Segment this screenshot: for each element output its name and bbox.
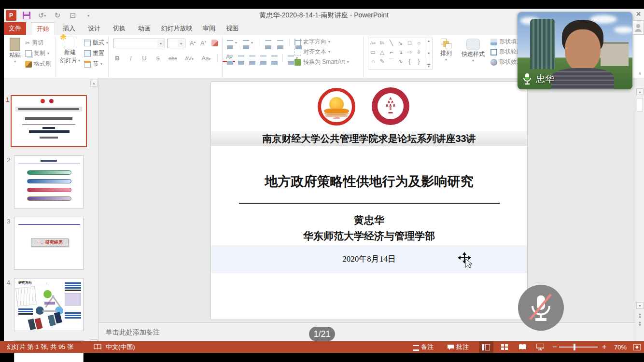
shape-elbow-icon[interactable]: ⌐ xyxy=(387,47,396,56)
shadow-button[interactable]: S xyxy=(154,55,162,62)
align-right-button[interactable] xyxy=(249,56,255,61)
shape-curve-icon[interactable]: ∿ xyxy=(396,56,405,66)
slide-thumbnail-4[interactable]: 研究方向 xyxy=(14,278,84,331)
tab-review[interactable]: 审阅 xyxy=(198,22,220,35)
slide[interactable]: 1956 ∧∧∧∧∧∧‖▬ 南京财经大学公共管理学院求是论坛系列讲座33讲 地方… xyxy=(211,82,527,320)
shape-rounded-rect-icon[interactable]: ▭ xyxy=(368,47,378,56)
underline-button[interactable]: U xyxy=(140,55,149,62)
font-size-combo[interactable]: ▾ xyxy=(167,39,185,48)
decrease-indent-button[interactable] xyxy=(265,40,271,45)
shapes-more-icon[interactable]: ▼ xyxy=(427,64,431,68)
microphone-muted-button[interactable] xyxy=(518,285,564,331)
grow-font-button[interactable]: A▴ xyxy=(188,40,197,47)
zoom-level[interactable]: 70% xyxy=(612,341,629,353)
new-slide-button[interactable]: 新建 幻灯片▾ xyxy=(59,37,81,65)
zoom-slider-thumb[interactable] xyxy=(574,344,575,350)
participants-button[interactable] xyxy=(632,20,644,35)
text-direction-button[interactable]: 文字方向▾ xyxy=(294,38,349,46)
shape-brace-right-icon[interactable]: } xyxy=(414,56,423,66)
slide-affiliation[interactable]: 华东师范大学经济与管理学部 xyxy=(211,229,527,243)
series-title[interactable]: 南京财经大学公共管理学院求是论坛系列讲座33讲 xyxy=(211,131,527,146)
normal-view-button[interactable] xyxy=(479,341,493,353)
previous-slide-button[interactable]: ▲▲ xyxy=(636,313,644,318)
copy-button[interactable]: 复制 ▾ xyxy=(25,49,49,57)
italic-button[interactable]: I xyxy=(126,55,135,62)
shape-vtextbox-icon[interactable]: ‖A xyxy=(378,38,387,47)
bullets-button[interactable]: ▾ xyxy=(227,40,237,45)
zoom-out-button[interactable]: − xyxy=(550,341,559,353)
shrink-font-button[interactable]: A▾ xyxy=(199,40,208,47)
spell-check-button[interactable] xyxy=(92,341,103,353)
character-spacing-button[interactable]: AV▾ xyxy=(183,56,195,61)
notes-toggle-button[interactable]: 备注 xyxy=(411,341,435,353)
strikethrough-button[interactable]: abc xyxy=(167,56,179,61)
zoom-slider-track[interactable] xyxy=(559,347,598,348)
shape-elbow-arrow-icon[interactable]: ↴ xyxy=(396,47,405,56)
numbering-button[interactable]: ▾ xyxy=(243,40,253,45)
slide-number-status[interactable]: 幻灯片 第 1 张, 共 95 张 xyxy=(5,341,75,353)
layout-button[interactable]: 版式 ▾ xyxy=(84,39,108,47)
format-painter-button[interactable]: 格式刷 xyxy=(25,60,51,68)
shape-gallery-scrollbar[interactable]: ▲ ▼ ▼ xyxy=(425,38,432,69)
slide-thumbnail-2[interactable] xyxy=(14,155,84,209)
increase-indent-button[interactable] xyxy=(277,40,283,45)
tab-animations[interactable]: 动画 xyxy=(133,22,155,35)
align-text-button[interactable]: 对齐文本▾ xyxy=(294,48,349,56)
zoom-in-button[interactable]: + xyxy=(600,341,608,353)
slide-thumbnail-1[interactable] xyxy=(11,95,87,147)
collapse-ribbon-button[interactable]: ˄ xyxy=(636,71,644,76)
tab-home[interactable]: 开始 xyxy=(31,22,55,35)
cut-button[interactable]: ✂ 剪切 xyxy=(25,39,43,47)
tab-insert[interactable]: 插入 xyxy=(58,22,80,35)
slide-thumbnail-3[interactable]: 一、研究经历 xyxy=(14,217,84,270)
slide-sorter-view-button[interactable] xyxy=(497,341,512,353)
thumb-panel-scroll-up[interactable]: ▲ xyxy=(90,80,98,87)
section-button[interactable]: 节 ▾ xyxy=(84,60,102,68)
bold-button[interactable]: B xyxy=(113,55,122,62)
tab-transitions[interactable]: 切换 xyxy=(108,22,130,35)
shape-line-icon[interactable]: ╲ xyxy=(387,38,396,47)
tab-file[interactable]: 文件 xyxy=(4,22,26,35)
tab-design[interactable]: 设计 xyxy=(83,22,105,35)
shape-textbox-icon[interactable]: A≡ xyxy=(368,38,378,47)
align-left-button[interactable] xyxy=(227,56,233,61)
quick-styles-button[interactable]: 快速样式 ▾ xyxy=(459,39,488,63)
shape-scribble-icon[interactable]: ✎ xyxy=(378,56,387,66)
shape-freeform-icon[interactable]: ⌂ xyxy=(368,56,378,66)
shape-down-arrow-icon[interactable]: ⇩ xyxy=(414,47,423,56)
comments-toggle-button[interactable]: 批注 xyxy=(445,341,471,353)
shape-oval-icon[interactable]: ○ xyxy=(414,38,423,47)
convert-smartart-button[interactable]: 转换为 SmartArt▾ xyxy=(294,58,349,66)
shape-brace-left-icon[interactable]: { xyxy=(405,56,414,66)
distributed-button[interactable] xyxy=(271,56,278,61)
slide-date[interactable]: 2020年8月14日 xyxy=(211,253,527,265)
shapes-scroll-down-icon[interactable]: ▼ xyxy=(427,52,431,55)
reset-button[interactable]: 重置 xyxy=(84,49,104,57)
shape-arrow-icon[interactable]: ↘ xyxy=(396,38,405,47)
arrange-button[interactable]: 排列 ▾ xyxy=(436,39,456,62)
slide-author[interactable]: 黄忠华 xyxy=(211,213,527,227)
scroll-down-button[interactable]: ▼ xyxy=(636,302,644,309)
scroll-thumb[interactable] xyxy=(637,98,643,111)
tab-view[interactable]: 视图 xyxy=(221,22,243,35)
shape-rect-icon[interactable]: □ xyxy=(405,38,414,47)
reading-view-button[interactable] xyxy=(515,341,530,353)
shapes-scroll-up-icon[interactable]: ▲ xyxy=(427,39,431,42)
shape-triangle-icon[interactable]: △ xyxy=(378,47,387,56)
slideshow-view-button[interactable] xyxy=(533,341,547,353)
tab-slideshow[interactable]: 幻灯片放映 xyxy=(157,22,196,35)
shape-arc-icon[interactable]: ⌒ xyxy=(387,56,396,66)
paste-button[interactable]: 粘贴 ▾ xyxy=(7,38,23,64)
align-center-button[interactable] xyxy=(238,56,244,61)
shape-gallery[interactable]: A≡‖A╲↘□○ ▭△⌐↴⇨⇩ ⌂✎⌒∿{} ▲ ▼ ▼ xyxy=(368,38,433,70)
next-slide-button[interactable]: ▼▼ xyxy=(636,321,644,326)
clear-formatting-button[interactable] xyxy=(211,40,218,46)
fit-to-window-button[interactable] xyxy=(630,341,644,353)
change-case-button[interactable]: Aa▾ xyxy=(200,55,212,62)
justify-button[interactable] xyxy=(260,56,266,61)
shape-right-arrow-icon[interactable]: ⇨ xyxy=(405,47,414,56)
slide-title[interactable]: 地方政府策略性供地行为及影响研究 xyxy=(211,173,527,190)
notes-placeholder[interactable]: 单击此处添加备注 xyxy=(106,328,160,337)
font-name-combo[interactable]: ▾ xyxy=(113,39,165,48)
language-status[interactable]: 中文(中国) xyxy=(104,341,137,353)
